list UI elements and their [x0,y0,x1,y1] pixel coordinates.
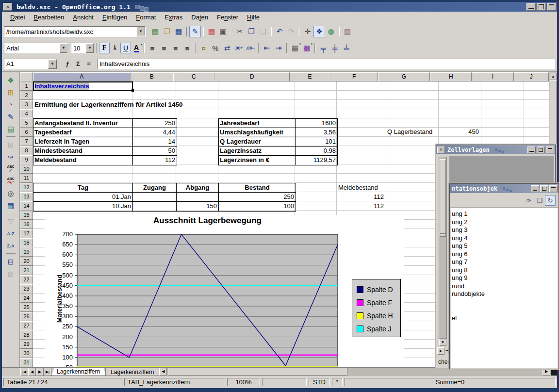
row-header-20[interactable]: 20 [20,257,33,266]
align-right-icon[interactable]: ≡ [170,42,181,54]
scroll-right-icon[interactable]: ► [437,347,444,355]
style-list-item[interactable]: ung 5 [452,242,558,250]
row-header-13[interactable]: 13 [20,192,33,201]
row-header-18[interactable]: 18 [20,238,33,247]
sum-field[interactable]: Summe=0 [345,378,556,386]
align-vcenter-icon[interactable]: ╪ [329,42,341,54]
new-style-from-selection-icon[interactable]: ❏ [534,195,545,206]
decrease-indent-icon[interactable]: ⇤ [261,42,273,54]
open-document-icon[interactable]: ❒ [161,26,173,37]
font-size-combo[interactable]: ▼ [71,43,94,53]
praesentationsobjekte-window[interactable]: ntationsobjek ✑❏↻ ung 1ung 2ung 3ung 4un… [449,183,559,369]
underline-button[interactable]: U [120,43,131,53]
increase-indent-icon[interactable]: ⇥ [273,42,284,54]
sum-icon[interactable]: Σ [73,59,83,69]
scroll-down-icon[interactable]: ▼ [439,339,446,346]
title-bar[interactable]: ✕ bwldv.sxc - OpenOffice.org 1.1 [2,2,557,12]
menu-fenster[interactable]: Fenster [213,13,243,22]
row-header-2[interactable]: 2 [20,91,33,100]
borders-icon[interactable]: ▦▾ [289,42,301,54]
row-header-30[interactable]: 30 [20,349,33,358]
style-list-item[interactable]: ung 7 [452,258,558,266]
number-format-percent-icon[interactable]: % [210,42,221,54]
next-sheet-button[interactable]: ▶ [36,368,44,376]
add-decimal-icon[interactable]: ,00+ [233,42,245,54]
name-box-dropdown-icon[interactable]: ▼ [48,59,57,69]
font-name-combo[interactable]: ▼ [4,43,68,53]
selection-mode-field[interactable]: STD [309,378,330,386]
spellcheck-icon[interactable]: ABC✓ [4,163,17,175]
row-header-11[interactable]: 11 [20,174,33,183]
column-header-b[interactable]: B [131,72,173,82]
horizontal-scroll-thumb[interactable] [168,368,347,376]
close-icon[interactable]: ✕ [437,147,445,153]
function-wizard-icon[interactable]: ƒ [62,59,73,69]
style-list-item[interactable]: el [452,314,558,323]
row-header-15[interactable]: 15 [20,211,33,220]
column-header-f[interactable]: F [330,72,378,82]
row-header-6[interactable]: 6 [20,128,33,137]
maximize-button[interactable] [537,3,546,11]
rollup-button[interactable] [546,147,554,153]
gallery-icon[interactable]: ▨ [342,26,353,37]
find-replace-icon[interactable]: ◎ [4,187,17,199]
column-header-c[interactable]: C [173,72,214,82]
minimize-button[interactable] [526,3,536,11]
scroll-up-icon[interactable]: ▲ [550,73,557,80]
zoom-field[interactable]: 100% [227,378,260,386]
row-header-3[interactable]: 3 [20,100,33,109]
insert-object-icon[interactable]: ❖ [4,74,17,86]
input-line[interactable] [97,59,555,69]
align-center-icon[interactable]: ≡ [158,42,170,54]
row-header-21[interactable]: 21 [20,266,33,275]
data-sources-icon[interactable]: ▦ [4,199,17,212]
row-header-8[interactable]: 8 [20,146,33,155]
url-input[interactable] [4,27,136,36]
formula-input[interactable] [98,60,555,68]
minimize-button[interactable] [527,147,536,153]
undo-icon[interactable]: ↶ [274,26,285,37]
row-header-27[interactable]: 27 [20,321,33,330]
zellvorlagen-scrollbar[interactable] [439,157,447,339]
style-list-item[interactable]: ung 6 [452,250,558,259]
row-header-1[interactable]: 1 [20,82,33,91]
vertical-scroll-thumb[interactable] [550,81,557,153]
close-icon[interactable]: ✕ [3,3,12,11]
delete-decimal-icon[interactable]: ,00− [245,42,256,54]
font-name-dropdown-icon[interactable]: ▼ [60,43,67,53]
menu-einfgen[interactable]: Einfügen [98,13,132,22]
background-color-icon[interactable]: ▩▾ [301,42,312,54]
row-header-17[interactable]: 17 [20,229,33,238]
row-header-4[interactable]: 4 [20,109,33,118]
align-justify-icon[interactable]: ≡ [181,42,193,54]
page-style-field[interactable]: TAB_Lagerkennziffern [124,378,225,386]
row-header-23[interactable]: 23 [20,284,33,294]
previous-sheet-button[interactable]: ◀ [28,368,36,376]
name-box[interactable]: ▼ [4,59,57,69]
maximize-button[interactable] [537,147,545,153]
align-bottom-icon[interactable]: ╧ [341,42,352,54]
sort-ascending-icon[interactable]: A-Z [4,228,17,240]
row-header-16[interactable]: 16 [20,220,33,229]
menu-extras[interactable]: Extras [160,13,187,22]
style-list-item[interactable]: ung 4 [452,234,558,243]
menu-hilfe[interactable]: Hilfe [243,13,264,22]
row-header-9[interactable]: 9 [20,155,33,164]
insert-frame-icon[interactable]: ▤ [4,123,17,135]
copy-icon[interactable]: ❐ [246,26,257,37]
print-file-icon[interactable]: ▣ [217,26,229,37]
new-document-icon[interactable]: ▤ [149,26,161,37]
function-icon[interactable]: = [83,59,94,69]
url-combo[interactable]: ▼ [4,26,146,37]
select-all-corner[interactable] [20,72,33,82]
row-header-26[interactable]: 26 [20,312,33,321]
cut-icon[interactable]: ✂ [234,26,246,37]
row-header-7[interactable]: 7 [20,137,33,146]
number-format-standard-icon[interactable]: ⇄ [221,42,233,54]
column-header-d[interactable]: D [214,72,290,82]
row-header-12[interactable]: 12 [20,183,33,192]
number-format-currency-icon[interactable]: ¤ [198,42,210,54]
cell-reference-input[interactable] [4,60,48,68]
group-icon[interactable]: ⊟ [4,256,17,268]
style-list-item[interactable]: ung 3 [452,226,558,234]
